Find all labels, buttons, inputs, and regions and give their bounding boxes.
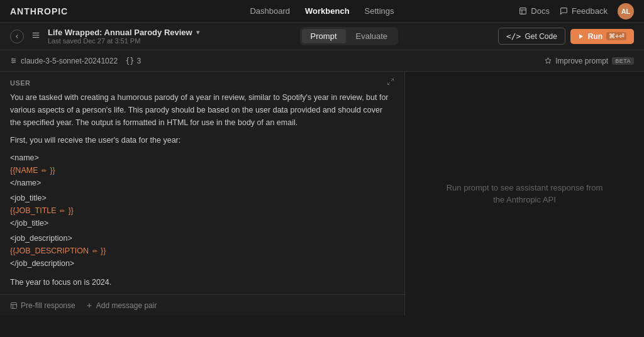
right-panel: Run prompt to see assistant response fro…	[405, 72, 644, 316]
avatar[interactable]: AL	[618, 3, 634, 19]
para-year: The year to focus on is 2024.	[10, 276, 394, 289]
docs-icon	[519, 7, 527, 15]
xml-desc-var: {{JOB_DESCRIPTION ✏ }}	[10, 245, 394, 257]
xml-job-var: {{JOB_TITLE ✏ }}	[10, 204, 394, 217]
title-row: Life Wrapped: Annual Parody Review ▾	[48, 28, 200, 37]
last-saved: Last saved Dec 27 at 3:51 PM	[48, 37, 200, 45]
left-panel: USER You are tasked with creating a humo…	[0, 72, 405, 316]
code-brackets-icon: </>	[506, 31, 521, 41]
app-logo: ANTHROPIC	[10, 6, 68, 16]
sub-header-right: </> Get Code Run ⌘+⏎	[498, 28, 634, 45]
xml-desc-open: <job_description>	[10, 232, 394, 245]
tab-prompt[interactable]: Prompt	[302, 29, 346, 43]
svg-rect-16	[11, 302, 17, 308]
xml-name-var: {{NAME ✏ }}	[10, 164, 394, 177]
xml-name-close: </name>	[10, 177, 394, 189]
get-code-button[interactable]: </> Get Code	[498, 28, 565, 45]
svg-point-10	[12, 58, 13, 60]
svg-line-14	[391, 79, 394, 82]
top-navigation: ANTHROPIC Dashboard Workbench Settings D…	[0, 0, 644, 23]
name-variable-close: }}	[50, 166, 55, 175]
prefill-icon	[10, 302, 18, 309]
sub-header: Life Wrapped: Annual Parody Review ▾ Las…	[0, 23, 644, 50]
run-button[interactable]: Run ⌘+⏎	[570, 29, 634, 44]
toolbar-left: claude-3-5-sonnet-20241022 {} 3	[10, 57, 141, 65]
beta-badge: BETA	[612, 57, 634, 65]
right-panel-placeholder: Run prompt to see assistant response fro…	[447, 182, 603, 206]
chevron-down-icon[interactable]: ▾	[196, 28, 200, 36]
tab-evaluate[interactable]: Evaluate	[347, 29, 397, 43]
name-variable[interactable]: {{NAME	[10, 166, 38, 175]
job-title-variable-close: }}	[69, 206, 74, 215]
nav-dashboard[interactable]: Dashboard	[250, 6, 290, 16]
svg-line-15	[388, 82, 391, 85]
expand-icon[interactable]	[387, 78, 394, 87]
job-title-variable[interactable]: {{JOB_TITLE	[10, 206, 57, 215]
feedback-button[interactable]: Feedback	[560, 6, 608, 16]
main-content: USER You are tasked with creating a humo…	[0, 72, 644, 316]
xml-name-open: <name>	[10, 152, 394, 164]
svg-marker-6	[579, 34, 583, 39]
feedback-icon	[560, 7, 568, 15]
sub-header-left: Life Wrapped: Annual Parody Review ▾ Las…	[10, 28, 200, 45]
back-button[interactable]	[10, 30, 24, 43]
xml-job-close: </job_title>	[10, 217, 394, 229]
back-icon	[14, 33, 20, 40]
toolbar: claude-3-5-sonnet-20241022 {} 3 Improve …	[0, 50, 644, 72]
user-label: USER	[0, 72, 404, 91]
run-shortcut: ⌘+⏎	[606, 32, 626, 40]
nav-workbench[interactable]: Workbench	[305, 6, 350, 16]
model-selector[interactable]: claude-3-5-sonnet-20241022	[10, 57, 118, 65]
docs-button[interactable]: Docs	[519, 6, 550, 16]
svg-marker-13	[545, 58, 551, 64]
nav-links: Dashboard Workbench Settings	[250, 6, 394, 16]
para-1: You are tasked with creating a humorous …	[10, 91, 394, 129]
xml-desc-close: </job_description>	[10, 257, 394, 270]
add-message-icon	[86, 302, 93, 309]
prompt-content: You are tasked with creating a humorous …	[0, 91, 404, 316]
menu-button[interactable]	[31, 31, 40, 41]
sparkle-icon	[545, 57, 552, 64]
tab-group: Prompt Evaluate	[300, 27, 399, 45]
settings-sliders-icon	[10, 57, 17, 64]
job-desc-variable-close: }}	[101, 246, 106, 255]
svg-rect-0	[520, 8, 526, 14]
play-icon	[578, 33, 584, 40]
para-2: First, you will receive the user's data …	[10, 134, 394, 146]
bracket-icon: {}	[125, 57, 134, 65]
variables-button[interactable]: {} 3	[125, 57, 141, 65]
add-message-button[interactable]: Add message pair	[86, 301, 157, 310]
prefill-response-button[interactable]: Pre-fill response	[10, 301, 75, 310]
svg-point-11	[14, 60, 15, 62]
job-desc-variable[interactable]: {{JOB_DESCRIPTION	[10, 246, 89, 255]
prompt-title: Life Wrapped: Annual Parody Review	[48, 28, 192, 37]
improve-prompt-button[interactable]: Improve prompt BETA	[545, 57, 634, 65]
hamburger-icon	[31, 31, 40, 40]
nav-settings[interactable]: Settings	[365, 6, 394, 16]
xml-job-open: <job_title>	[10, 192, 394, 204]
title-block: Life Wrapped: Annual Parody Review ▾ Las…	[48, 28, 200, 45]
nav-right: Docs Feedback AL	[519, 3, 634, 19]
svg-point-12	[13, 62, 14, 63]
bottom-bar: Pre-fill response Add message pair	[0, 294, 404, 316]
